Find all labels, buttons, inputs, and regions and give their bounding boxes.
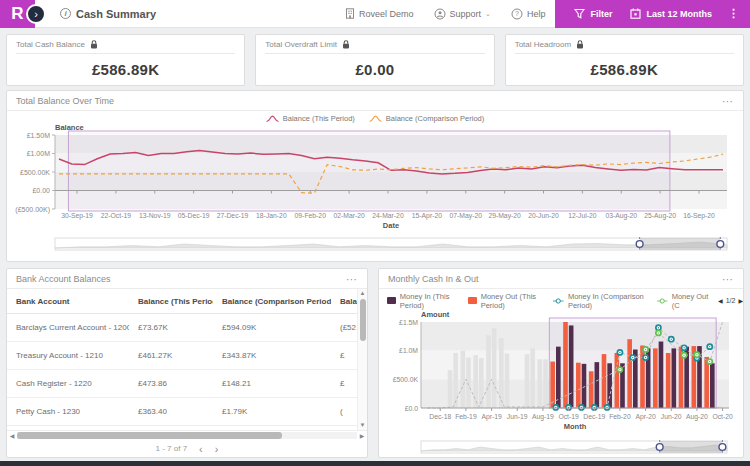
- scroll-up-icon[interactable]: ▲: [360, 289, 366, 298]
- info-icon[interactable]: i: [60, 8, 71, 19]
- money-in-bar[interactable]: [569, 325, 574, 408]
- money-out-bar[interactable]: [602, 354, 607, 408]
- legend-prev-icon[interactable]: ◀: [718, 297, 723, 304]
- line-series-icon: [266, 115, 279, 123]
- vertical-scroll-thumb[interactable]: [360, 299, 366, 341]
- legend-balance-comparison-period[interactable]: Balance (Comparison Period): [369, 114, 484, 123]
- balance-range-selector[interactable]: [7, 236, 737, 254]
- money-out-bar[interactable]: [666, 353, 671, 408]
- support-menu[interactable]: Support ⌄: [424, 8, 501, 20]
- legend-balance-this-period[interactable]: Balance (This Period): [266, 114, 355, 123]
- range-handle-start[interactable]: [656, 444, 663, 451]
- money-out-bar[interactable]: [448, 370, 453, 408]
- table-cell: £: [331, 370, 357, 398]
- table-cell: £343.87K: [213, 342, 331, 370]
- money-out-bar[interactable]: [589, 371, 594, 408]
- money-out-bar[interactable]: [550, 361, 555, 407]
- money-out-bar[interactable]: [653, 348, 658, 408]
- money-in-bar[interactable]: [543, 359, 548, 408]
- money-out-bar[interactable]: [627, 339, 632, 408]
- panel-menu-icon[interactable]: ⋯: [722, 276, 734, 282]
- money-out-bar[interactable]: [538, 359, 543, 408]
- table-row[interactable]: Barclays Current Account - 1200£73.67K£5…: [7, 314, 357, 342]
- cashflow-range-selector[interactable]: [379, 439, 735, 457]
- column-header[interactable]: Balanc: [331, 289, 357, 314]
- money-out-bar[interactable]: [486, 335, 491, 408]
- selected-range: [640, 238, 721, 250]
- column-header[interactable]: Balance (Comparison Period): [213, 289, 331, 314]
- panel-menu-icon[interactable]: ⋯: [722, 98, 734, 104]
- y-tick-label: £0.00: [32, 187, 50, 194]
- money-in-bar[interactable]: [672, 348, 677, 408]
- legend-next-icon[interactable]: ▶: [738, 297, 743, 304]
- money-in-bar[interactable]: [466, 357, 471, 407]
- range-handle-end[interactable]: [719, 444, 726, 451]
- filter-funnel-icon: [574, 8, 585, 19]
- money-out-comparison-marker-dot: [645, 348, 646, 349]
- money-in-bar[interactable]: [505, 353, 510, 407]
- x-tick-label: 22-Oct-19: [101, 212, 131, 219]
- y-tick-label: £0.0: [405, 404, 418, 411]
- x-tick-label: 13-Nov-19: [139, 212, 171, 219]
- x-tick-label: Apr-19: [481, 413, 502, 421]
- x-tick-label: Oct-20: [712, 413, 733, 420]
- top-bar: R › i Cash Summary Roveel Demo Support ⌄…: [0, 0, 750, 28]
- legend-money-in-comparison[interactable]: Money In (Comparison Period): [553, 292, 650, 310]
- money-out-bar[interactable]: [473, 355, 478, 408]
- money-in-comparison-marker-dot: [658, 327, 659, 328]
- prev-page-icon[interactable]: ‹: [199, 445, 203, 453]
- horizontal-scrollbar[interactable]: ◀ ▶: [7, 430, 367, 439]
- money-in-bar[interactable]: [453, 353, 458, 408]
- scroll-right-icon[interactable]: ▶: [357, 432, 367, 439]
- money-out-bar[interactable]: [576, 362, 581, 407]
- scroll-down-icon[interactable]: ▼: [360, 421, 366, 430]
- help-menu[interactable]: ? Help: [501, 8, 556, 20]
- table-row[interactable]: Cash Register - 1220£473.86£148.21£: [7, 370, 357, 398]
- monthly-cash-in-out-panel: Monthly Cash In & Out ⋯ Money In (This P…: [378, 268, 744, 458]
- account-menu[interactable]: Roveel Demo: [335, 8, 424, 19]
- table-row[interactable]: Petty Cash - 1230£363.40£1.79K(: [7, 398, 357, 426]
- x-tick-label: 18-Jan-20: [256, 212, 287, 219]
- support-person-icon: [434, 8, 446, 20]
- x-tick-label: 20-Jun-20: [528, 212, 559, 219]
- money-in-comparison-marker-dot: [645, 357, 646, 358]
- money-in-comparison-marker-dot: [632, 357, 633, 358]
- money-in-bar[interactable]: [556, 346, 561, 407]
- money-out-comparison-marker-dot: [619, 369, 620, 370]
- next-page-icon[interactable]: ›: [215, 445, 219, 453]
- money-in-bar[interactable]: [659, 341, 664, 408]
- table-row[interactable]: Treasury Account - 1210£461.27K£343.87K£: [7, 342, 357, 370]
- balance-over-time-panel: Total Balance Over Time ⋯ Balance (This …: [6, 90, 744, 262]
- legend-money-out-comparison[interactable]: Money Out (C: [657, 292, 709, 310]
- money-out-bar[interactable]: [525, 354, 530, 408]
- money-out-comparison-marker-dot: [709, 361, 710, 362]
- money-in-bar[interactable]: [595, 362, 600, 408]
- x-tick-label: 24-Mar-20: [372, 212, 404, 219]
- cashflow-bar-chart[interactable]: £1.5M£1.0M£500.0K£0.0AmountDec-18Feb-19A…: [379, 310, 735, 440]
- money-in-bar[interactable]: [492, 328, 497, 408]
- filter-button[interactable]: Filter: [565, 8, 621, 19]
- balance-line-chart[interactable]: £1.50M£1.00M£500.00K£0.00(£500.00K)Balan…: [7, 123, 737, 236]
- legend-money-in-this-period[interactable]: Money In (This Period): [387, 292, 461, 310]
- panel-menu-icon[interactable]: ⋯: [346, 276, 358, 282]
- horizontal-scroll-thumb[interactable]: [17, 432, 282, 439]
- money-in-bar[interactable]: [530, 348, 535, 408]
- money-out-bar[interactable]: [461, 350, 466, 407]
- column-header[interactable]: Balance (This Period): [129, 289, 213, 314]
- money-out-bar[interactable]: [615, 353, 620, 408]
- vertical-scrollbar[interactable]: ▲ ▼: [357, 289, 367, 430]
- money-in-bar[interactable]: [582, 364, 587, 408]
- kebab-menu-icon[interactable]: ⋮: [721, 7, 746, 20]
- range-handle-start[interactable]: [636, 241, 643, 248]
- sidebar-expand-button[interactable]: ›: [26, 4, 46, 24]
- range-handle-end[interactable]: [717, 241, 724, 248]
- bank-account-balances-panel: Bank Account Balances ⋯ Bank AccountBala…: [6, 268, 368, 458]
- scroll-left-icon[interactable]: ◀: [7, 432, 17, 439]
- date-range-button[interactable]: Last 12 Months: [621, 8, 721, 19]
- chevron-right-icon: ›: [34, 8, 38, 20]
- column-header[interactable]: Bank Account: [7, 289, 129, 314]
- money-in-bar[interactable]: [710, 363, 715, 408]
- table-pagination: 1 - 7 of 7 ‹ ›: [7, 439, 367, 457]
- money-in-bar[interactable]: [479, 358, 484, 408]
- legend-money-out-this-period[interactable]: Money Out (This Period): [468, 292, 547, 310]
